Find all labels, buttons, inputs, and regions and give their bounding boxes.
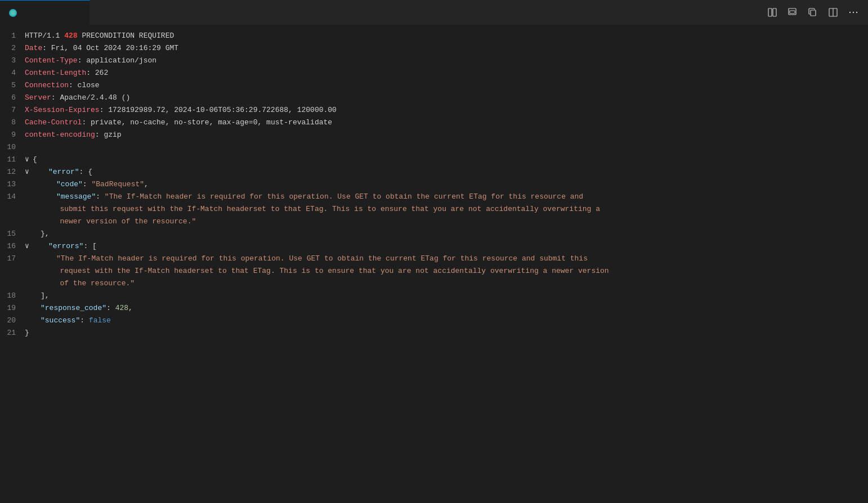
line: 16∨ "errors": [	[0, 240, 868, 253]
status-text-text: PRECONDITION REQUIRED	[78, 32, 175, 40]
line-content: X-Session-Expires: 1728192989.72, 2024-1…	[25, 104, 866, 116]
line-content: Server: Apache/2.4.48 ()	[25, 92, 866, 104]
json-brace-text: {	[33, 155, 37, 164]
header-name-text: Cache-Control	[25, 118, 82, 127]
json-bracket-text: : [	[83, 242, 96, 250]
svg-rect-4	[811, 10, 816, 16]
json-string-text: "The If-Match header is required for thi…	[25, 254, 609, 288]
line: 21}	[0, 327, 868, 339]
indent	[25, 178, 56, 191]
indent	[25, 302, 41, 315]
more-actions-button[interactable]	[845, 5, 861, 20]
tab-bar	[0, 0, 868, 25]
json-brace-text: ,	[128, 304, 133, 312]
indent	[25, 253, 56, 265]
copy-button[interactable]	[805, 5, 821, 20]
header-name-text: X-Session-Expires	[25, 106, 100, 114]
line: 15 },	[0, 228, 868, 240]
line: 18 ],	[0, 290, 868, 302]
json-key-text: "success"	[41, 316, 80, 325]
line-content: Content-Length: 262	[25, 67, 866, 79]
line-content: HTTP/1.1 428 PRECONDITION REQUIRED	[25, 30, 866, 42]
line-content: "code": "BadRequest",	[25, 178, 866, 191]
collapse-arrow[interactable]: ∨	[25, 154, 32, 166]
line-content: content-encoding: gzip	[25, 129, 866, 141]
svg-rect-1	[773, 8, 776, 16]
indent	[33, 166, 48, 178]
header-value-text: : private, no-cache, no-store, max-age=0…	[82, 118, 332, 127]
tab-icon	[9, 9, 17, 17]
line-number: 20	[2, 315, 25, 327]
line-number: 10	[2, 141, 25, 154]
line-number: 9	[2, 129, 25, 141]
json-brace-text: :	[83, 180, 92, 188]
status-code-text: 428	[64, 32, 77, 40]
json-key-text: "errors"	[48, 242, 83, 250]
toolbar-right	[764, 5, 868, 20]
indent	[25, 228, 41, 240]
http-version-text: HTTP/1.1	[25, 32, 64, 40]
line-content: ∨{	[25, 154, 866, 166]
line-number: 16	[2, 240, 25, 253]
line-number: 18	[2, 290, 25, 302]
json-brace-text: :	[106, 304, 115, 312]
json-key-text: "error"	[48, 168, 79, 176]
collapse-arrow[interactable]: ∨	[25, 166, 32, 178]
line: 6Server: Apache/2.4.48 ()	[0, 92, 868, 104]
split-editor-button[interactable]	[764, 5, 780, 20]
line-number: 8	[2, 116, 25, 129]
line: 4Content-Length: 262	[0, 67, 868, 79]
line: 20 "success": false	[0, 315, 868, 327]
line-number: 2	[2, 42, 25, 55]
line-content: Content-Type: application/json	[25, 55, 866, 67]
header-value-text: : Fri, 04 Oct 2024 20:16:29 GMT	[42, 44, 178, 52]
header-value-text: : gzip	[95, 131, 122, 139]
line-number: 19	[2, 302, 25, 315]
toggle-panel-button[interactable]	[825, 5, 841, 20]
line: 12∨ "error": {	[0, 166, 868, 178]
collapse-arrow[interactable]: ∨	[25, 240, 32, 253]
line-number: 12	[2, 166, 25, 178]
json-number-text: 428	[115, 304, 128, 312]
json-brace-text: :	[96, 192, 105, 201]
json-brace-text: : {	[79, 168, 92, 176]
json-bracket-text: ],	[41, 291, 50, 300]
svg-point-8	[853, 12, 854, 13]
indent	[25, 315, 41, 327]
line-content: ∨ "error": {	[25, 166, 866, 178]
svg-rect-0	[768, 8, 772, 16]
indent	[25, 290, 41, 302]
line: 17 "The If-Match header is required for …	[0, 253, 868, 290]
line: 9content-encoding: gzip	[0, 129, 868, 141]
svg-rect-3	[790, 11, 795, 14]
json-brace-text: },	[41, 230, 50, 238]
line-content: },	[25, 228, 866, 240]
line-number: 3	[2, 55, 25, 67]
header-value-text: : 1728192989.72, 2024-10-06T05:36:29.722…	[100, 106, 337, 114]
header-name-text: Server	[25, 93, 51, 102]
line-content: }	[25, 327, 866, 339]
line: 3Content-Type: application/json	[0, 55, 868, 67]
line-number: 21	[2, 327, 25, 339]
line: 1HTTP/1.1 428 PRECONDITION REQUIRED	[0, 30, 868, 42]
json-string-text: "BadRequest"	[91, 180, 144, 188]
line: 7X-Session-Expires: 1728192989.72, 2024-…	[0, 104, 868, 116]
line-content: ∨ "errors": [	[25, 240, 866, 253]
header-value-text: : close	[69, 81, 100, 89]
line-number: 13	[2, 178, 25, 191]
header-value-text: : 262	[86, 69, 108, 77]
line-content: ],	[25, 290, 866, 302]
header-name-text: Content-Length	[25, 69, 86, 77]
open-changes-button[interactable]	[785, 5, 800, 20]
line: 11∨{	[0, 154, 868, 166]
line-number: 7	[2, 104, 25, 116]
line: 10	[0, 141, 868, 154]
line-content: Cache-Control: private, no-cache, no-sto…	[25, 116, 866, 129]
json-key-text: "message"	[56, 192, 96, 201]
line: 5Connection: close	[0, 79, 868, 92]
response-tab[interactable]	[0, 0, 90, 25]
indent	[33, 240, 48, 253]
line-number: 11	[2, 154, 25, 166]
line-number: 15	[2, 228, 25, 240]
header-name-text: Date	[25, 44, 42, 52]
